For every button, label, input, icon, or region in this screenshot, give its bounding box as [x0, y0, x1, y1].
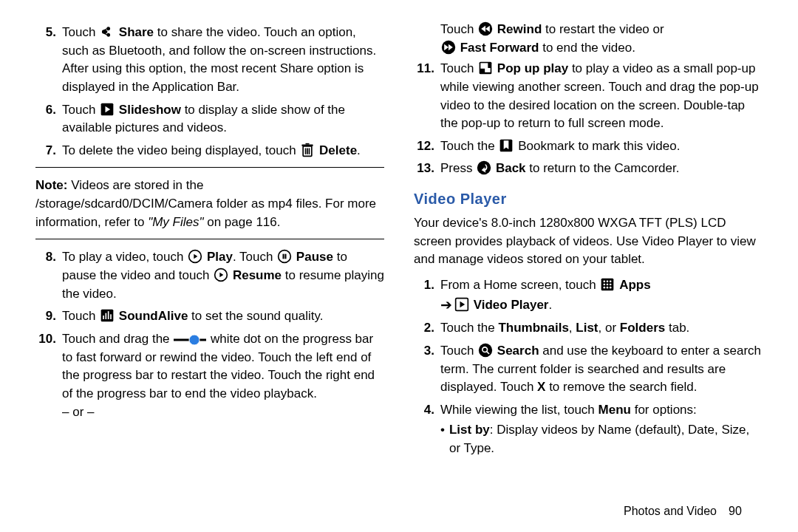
bookmark-icon	[499, 138, 514, 153]
step-13: 13. Press Back to return to the Camcorde…	[414, 160, 763, 178]
step-8: 8. To play a video, touch Play. Touch Pa…	[35, 248, 384, 303]
soundalive-icon	[100, 308, 115, 323]
step-5: 5. Touch Share to share the video. Touch…	[35, 24, 384, 97]
popup-icon	[478, 61, 493, 75]
fast-forward-icon	[441, 40, 456, 55]
vp-step-2: 2. Touch the Thumbnails, List, or Folder…	[414, 319, 763, 338]
step-10: 10. Touch and drag the white dot on the …	[35, 330, 384, 421]
arrow-icon: ➔	[440, 297, 454, 313]
step-10-cont: Touch Rewind to restart the video or Fas…	[440, 21, 763, 57]
divider	[35, 167, 384, 168]
step-9: 9. Touch SoundAlive to set the sound qua…	[35, 307, 384, 326]
note: Note: Videos are stored in the /storage/…	[35, 177, 384, 231]
section-intro: Your device's 8.0-inch 1280x800 WXGA TFT…	[414, 214, 763, 269]
right-column: Touch Rewind to restart the video or Fas…	[414, 21, 763, 463]
play-icon	[188, 249, 202, 264]
share-icon	[100, 24, 115, 39]
resume-icon	[214, 267, 228, 282]
delete-icon	[300, 143, 315, 157]
pause-icon	[277, 249, 292, 264]
page-footer: Photos and Video90	[0, 502, 798, 519]
divider	[35, 239, 384, 239]
step-12: 12. Touch the Bookmark to mark this vide…	[414, 137, 763, 156]
apps-icon	[600, 277, 615, 292]
left-column: 5. Touch Share to share the video. Touch…	[35, 21, 384, 463]
back-icon	[477, 160, 491, 175]
step-11: 11. Touch Pop up play to play a video as…	[414, 60, 763, 133]
vp-step-4: 4. While viewing the list, touch Menu fo…	[414, 401, 763, 458]
step-6: 6. Touch Slideshow to display a slide sh…	[35, 101, 384, 137]
rewind-icon	[478, 21, 493, 36]
step-7: 7. To delete the video being displayed, …	[35, 142, 384, 160]
section-heading: Video Player	[414, 188, 763, 210]
search-icon	[478, 343, 493, 358]
vp-step-3: 3. Touch Search and use the keyboard to …	[414, 342, 763, 397]
progress-dot-icon	[174, 331, 206, 346]
slideshow-icon	[100, 102, 115, 117]
list-item: •List by: Display videos by Name (defaul…	[440, 421, 763, 457]
video-player-icon	[454, 297, 469, 312]
vp-step-1: 1. From a Home screen, touch Apps➔ Video…	[414, 276, 763, 315]
